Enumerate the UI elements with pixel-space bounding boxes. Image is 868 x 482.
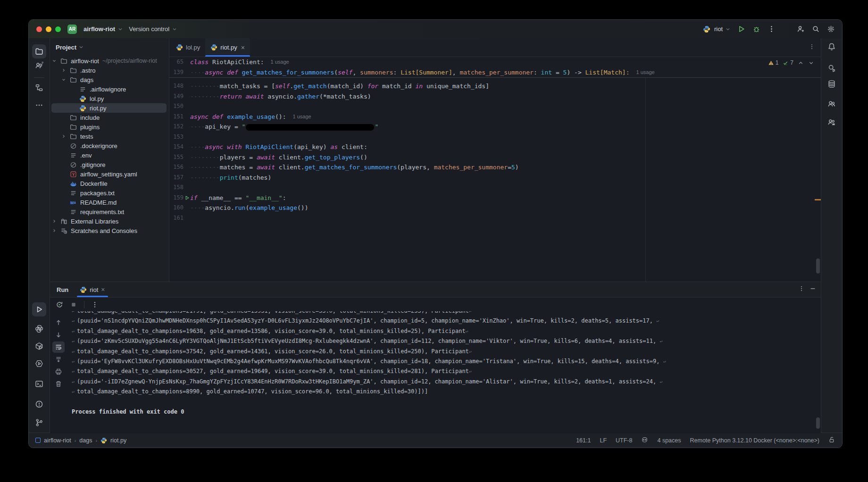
- rerun-button[interactable]: [53, 299, 66, 310]
- scroll-down-icon[interactable]: [52, 329, 65, 341]
- breadcrumb[interactable]: airflow-riot › dags › riot.py: [35, 437, 126, 444]
- code-editor[interactable]: 1 7 65class RiotApiClient:1 usage139····…: [169, 57, 821, 282]
- ai-assistant-icon[interactable]: [825, 61, 839, 75]
- code-with-me-user-plus-icon[interactable]: [794, 23, 807, 35]
- print-icon[interactable]: [52, 366, 65, 377]
- usage-hint[interactable]: 1 usage: [636, 67, 654, 78]
- console-scrollbar-thumb[interactable]: [816, 417, 820, 429]
- run-panel-options-kebab[interactable]: [798, 285, 805, 294]
- more-tool-windows-icon[interactable]: [32, 98, 46, 112]
- line-separator[interactable]: LF: [600, 437, 607, 444]
- line-number: 152: [169, 122, 184, 132]
- code-text: ····asyncio.run(example_usage()): [190, 203, 308, 213]
- tree-item-airflow-settings-yaml[interactable]: Yairflow_settings.yaml: [50, 169, 169, 179]
- debug-button[interactable]: [750, 23, 763, 35]
- tree-item--astro[interactable]: .astro: [50, 66, 169, 75]
- scroll-up-icon[interactable]: [52, 317, 65, 328]
- settings-gear-icon[interactable]: [824, 23, 837, 35]
- services-tool-icon[interactable]: [32, 339, 46, 353]
- ignore-icon: [69, 142, 77, 150]
- run-button[interactable]: [734, 23, 748, 35]
- project-panel-header[interactable]: Project: [50, 38, 169, 56]
- tree-item-readme-md[interactable]: MREADME.md: [50, 198, 169, 207]
- folder-icon: [60, 57, 67, 65]
- notifications-bell-icon[interactable]: [825, 40, 839, 54]
- previous-problem-chevron[interactable]: [798, 60, 804, 66]
- python-icon: [100, 437, 107, 444]
- clear-console-trash-icon[interactable]: [52, 378, 65, 390]
- scroll-to-end-icon[interactable]: [52, 354, 65, 365]
- python-packages-tool-icon[interactable]: [32, 322, 46, 336]
- python-interpreter[interactable]: Remote Python 3.12.10 Docker (<none>:<no…: [690, 437, 820, 444]
- tree-item-tests[interactable]: tests: [50, 132, 169, 141]
- tree-item-scratches-and-consoles[interactable]: Scratches and Consoles: [50, 226, 169, 235]
- close-tab-icon[interactable]: ×: [241, 44, 245, 51]
- chevron-right-icon[interactable]: [51, 228, 57, 233]
- chevron-down-icon[interactable]: [51, 58, 57, 64]
- usage-hint[interactable]: 1 usage: [271, 57, 289, 67]
- run-console-output[interactable]: ↩total_damage_dealt_to_champions=21791, …: [67, 311, 821, 433]
- usage-hint[interactable]: 1 usage: [293, 112, 311, 122]
- caret-position[interactable]: 161:1: [576, 437, 591, 444]
- structure-tool-icon[interactable]: [32, 81, 46, 95]
- tree-item-dags[interactable]: dags: [50, 75, 169, 84]
- soft-wrap-toggle[interactable]: [52, 341, 65, 353]
- tree-item-riot-py[interactable]: riot.py: [50, 103, 169, 113]
- tree-item--airflowignore[interactable]: .airflowignore: [50, 84, 169, 94]
- inspections-widget[interactable]: 1 7: [768, 59, 814, 66]
- database-icon[interactable]: [825, 77, 839, 91]
- tree-item-external-libraries[interactable]: External Libraries: [50, 216, 169, 226]
- pull-requests-users-icon[interactable]: ?: [32, 58, 46, 73]
- problems-tool-icon[interactable]: [32, 397, 46, 411]
- more-actions-kebab[interactable]: [765, 23, 778, 35]
- tab-options-kebab[interactable]: [809, 43, 815, 52]
- tree-item-packages-txt[interactable]: packages.txt: [50, 188, 169, 198]
- console-text: total_damage_dealt_to_champions=30527, g…: [77, 368, 469, 374]
- tree-item-dockerfile[interactable]: Dockerfile: [50, 179, 169, 188]
- run-configuration-selector[interactable]: riot: [712, 24, 733, 34]
- tree-item--env[interactable]: .env: [50, 150, 169, 160]
- tree-item-requirements-txt[interactable]: requirements.txt: [50, 207, 169, 216]
- run-tab-riot[interactable]: riot ×: [76, 282, 108, 297]
- chevron-right-icon[interactable]: [61, 67, 67, 73]
- tab-lol-py[interactable]: lol.py: [171, 38, 205, 57]
- terminal-tool-icon[interactable]: [32, 377, 46, 391]
- version-control-menu[interactable]: Version control: [126, 24, 180, 34]
- tree-item--dockerignore[interactable]: .dockerignore: [50, 141, 169, 150]
- console-text: (puuid='EyFW8vvKCl3UKufryEXD8OBsHxUuVtNw…: [77, 358, 663, 365]
- users-chat-icon[interactable]: [825, 115, 839, 129]
- line-number: 151: [169, 112, 184, 122]
- close-window-button[interactable]: [36, 26, 42, 32]
- unlock-icon[interactable]: [828, 436, 835, 445]
- stop-button[interactable]: [67, 299, 80, 310]
- chevron-down-icon[interactable]: [61, 77, 67, 83]
- project-menu[interactable]: airflow-riot: [81, 24, 126, 34]
- chevron-right-icon[interactable]: [51, 218, 57, 224]
- next-problem-chevron[interactable]: [808, 60, 814, 66]
- tab-riot-py[interactable]: riot.py ×: [205, 38, 250, 57]
- tree-item-airflow-riot[interactable]: airflow-riot~/projects/airflow-riot: [50, 56, 169, 66]
- maximize-window-button[interactable]: [55, 26, 61, 32]
- hide-tool-window-icon[interactable]: [810, 285, 816, 294]
- soft-wrap-marker: ↩: [469, 311, 474, 316]
- run-tool-icon[interactable]: [32, 302, 46, 316]
- file-encoding[interactable]: UTF-8: [616, 437, 632, 444]
- python-console-tool-icon[interactable]: [32, 357, 46, 371]
- tree-item-plugins[interactable]: plugins: [50, 122, 169, 132]
- close-run-tab-icon[interactable]: ×: [101, 286, 105, 293]
- run-line-gutter-icon[interactable]: [184, 195, 190, 200]
- search-everywhere-icon[interactable]: [809, 23, 822, 35]
- tree-item-include[interactable]: include: [50, 113, 169, 122]
- editor-scrollbar-thumb[interactable]: [816, 258, 820, 274]
- together-users-icon[interactable]: [825, 97, 839, 111]
- console-line: ↩total_damage_dealt_to_champions=19638, …: [72, 326, 821, 336]
- run-more-options-kebab[interactable]: [89, 299, 101, 310]
- version-control-branch-icon[interactable]: [32, 416, 46, 430]
- project-tool-icon[interactable]: [32, 44, 46, 58]
- copilot-status-icon[interactable]: [641, 436, 648, 445]
- tree-item-lol-py[interactable]: lol.py: [50, 94, 169, 103]
- indent-config[interactable]: 4 spaces: [657, 437, 681, 444]
- chevron-right-icon[interactable]: [61, 133, 67, 139]
- minimize-window-button[interactable]: [46, 26, 51, 32]
- tree-item--gitignore[interactable]: .gitignore: [50, 160, 169, 169]
